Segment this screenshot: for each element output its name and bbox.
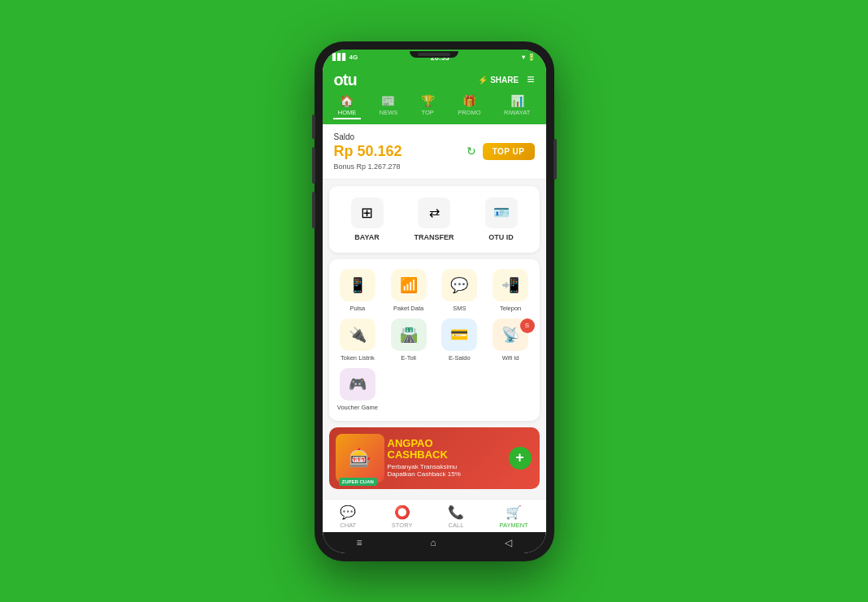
balance-controls: ↻ TOP UP [467,143,535,160]
nav-tab-promo-label: PROMO [458,109,480,116]
nav-tab-news-label: NEWS [380,109,398,116]
nav-tabs: 🏠 HOME 📰 NEWS 🏆 TOP 🎁 PROMO 📊 RIWAYAT [323,93,546,124]
paket-data-label: Paket Data [393,305,423,312]
nav-tab-top-label: TOP [422,109,434,116]
battery-icon: 🔋 [527,54,536,61]
service-e-toll[interactable]: 🛣️ E-Toll [386,318,431,362]
phone-frame: ▋▋▋ 4G 20:33 ▾ 🔋 otu ⚡ SHARE ≡ 🏠 [315,41,554,561]
wifi-id-label: Wifi Id [502,354,519,362]
status-right: ▾ 🔋 [522,54,536,61]
pulsa-icon: 📱 [340,269,375,301]
balance-row: Rp 50.162 ↻ TOP UP [334,143,535,160]
main-content: Saldo Rp 50.162 ↻ TOP UP Bonus Rp 1.267.… [323,124,546,499]
services-grid: 📱 Pulsa 📶 Paket Data 💬 SMS 📲 Telepon [336,269,533,411]
call-label: CALL [449,522,464,529]
transfer-icon: ⇄ [429,205,440,220]
action-transfer[interactable]: ⇄ TRANSFER [414,197,454,241]
services-section: 📱 Pulsa 📶 Paket Data 💬 SMS 📲 Telepon [329,259,540,421]
share-label: SHARE [490,76,519,84]
share-icon: ⚡ [478,76,488,84]
scanner-overlay: S [520,318,535,333]
app-logo: otu [334,71,357,89]
nav-tab-riwayat[interactable]: 📊 RIWAYAT [499,93,535,119]
nav-tab-home-label: HOME [338,109,357,116]
nav-tab-home[interactable]: 🏠 HOME [333,93,362,119]
payment-icon: 🛒 [506,505,522,520]
call-icon: 📞 [448,505,464,520]
bayar-icon: ⊞ [361,204,373,222]
signal-icon: ▋▋▋ [332,54,347,61]
e-toll-icon: 🛣️ [391,318,427,351]
chat-label: CHAT [340,522,356,529]
news-icon: 📰 [381,94,395,107]
header-right: ⚡ SHARE ≡ [478,72,534,87]
bottom-tab-call[interactable]: 📞 CALL [448,505,464,529]
story-icon: ⭕ [394,505,410,520]
nav-tab-news[interactable]: 📰 NEWS [375,93,403,119]
fab-add-button[interactable]: + [509,447,532,470]
quick-actions: ⊞ BAYAR ⇄ TRANSFER 🪪 OTU ID [329,186,540,253]
token-listrik-label: Token Listrik [341,354,375,362]
service-wifi-id[interactable]: 📡 Wifi Id S [488,318,533,362]
phone-screen: ▋▋▋ 4G 20:33 ▾ 🔋 otu ⚡ SHARE ≡ 🏠 [323,50,546,553]
otu-id-label: OTU ID [488,233,514,241]
bottom-tab-payment[interactable]: 🛒 PAYMENT [500,505,528,529]
service-paket-data[interactable]: 📶 Paket Data [386,269,431,312]
topup-button[interactable]: TOP UP [483,143,535,160]
transfer-icon-box: ⇄ [418,197,450,228]
bonus-label: Bonus [334,162,355,171]
bottom-nav: 💬 CHAT ⭕ STORY 📞 CALL 🛒 PAYMENT [323,499,546,532]
trophy-icon: 🏆 [421,94,435,107]
refresh-button[interactable]: ↻ [467,145,476,158]
app-header: otu ⚡ SHARE ≡ [323,66,546,93]
service-voucher-game[interactable]: 🎮 Voucher Game [336,368,380,411]
bayar-icon-box: ⊞ [351,197,384,228]
otu-id-icon: 🪪 [493,205,510,220]
sms-label: SMS [453,305,466,312]
share-button[interactable]: ⚡ SHARE [478,76,519,84]
telepon-icon: 📲 [493,269,528,301]
home-icon: 🏠 [340,94,354,107]
banner-image: 🎰 [336,434,384,483]
android-back-button[interactable]: ◁ [505,537,512,548]
bonus-row: Bonus Rp 1.267.278 [334,162,535,171]
e-saldo-label: E-Saldo [449,354,471,362]
action-otu-id[interactable]: 🪪 OTU ID [485,197,518,241]
paket-data-icon: 📶 [391,269,427,301]
bottom-tab-story[interactable]: ⭕ STORY [392,505,413,529]
android-home-button[interactable]: ⌂ [430,537,436,548]
power-button [553,139,557,180]
wifi-icon: ▾ [522,54,525,61]
story-label: STORY [392,522,413,529]
service-e-saldo[interactable]: 💳 E-Saldo [437,318,482,362]
zupercuan-badge: ZUPER CUAN [339,478,377,486]
nav-tab-promo[interactable]: 🎁 PROMO [453,93,485,119]
service-telepon[interactable]: 📲 Telepon [488,269,533,312]
service-sms[interactable]: 💬 SMS [437,269,482,312]
phone-speaker [418,53,450,56]
network-type: 4G [349,54,358,61]
otu-id-icon-box: 🪪 [485,197,518,228]
transfer-label: TRANSFER [414,233,454,241]
sms-icon: 💬 [441,269,477,301]
action-bayar[interactable]: ⊞ BAYAR [351,197,384,241]
pulsa-label: Pulsa [349,305,365,312]
voucher-game-icon: 🎮 [340,368,375,401]
android-nav: ≡ ⌂ ◁ [323,532,546,553]
promo-banner[interactable]: 🎰 ANGPAOCASHBACK Perbanyak TransaksimuDa… [329,427,540,489]
balance-section: Saldo Rp 50.162 ↻ TOP UP Bonus Rp 1.267.… [323,124,546,180]
service-pulsa[interactable]: 📱 Pulsa [336,269,380,312]
nav-tab-top[interactable]: 🏆 TOP [416,93,440,119]
nav-tab-riwayat-label: RIWAYAT [504,109,530,116]
bonus-amount: Rp 1.267.278 [357,162,401,171]
volume-up-button [312,115,315,139]
payment-label: PAYMENT [500,522,528,529]
promo-icon: 🎁 [462,94,476,107]
balance-label: Saldo [334,132,535,141]
chat-icon: 💬 [340,505,356,520]
android-menu-button[interactable]: ≡ [356,537,362,548]
hamburger-menu-button[interactable]: ≡ [527,72,534,87]
service-token-listrik[interactable]: 🔌 Token Listrik [336,318,380,362]
silent-button [312,192,315,228]
bottom-tab-chat[interactable]: 💬 CHAT [340,505,356,529]
